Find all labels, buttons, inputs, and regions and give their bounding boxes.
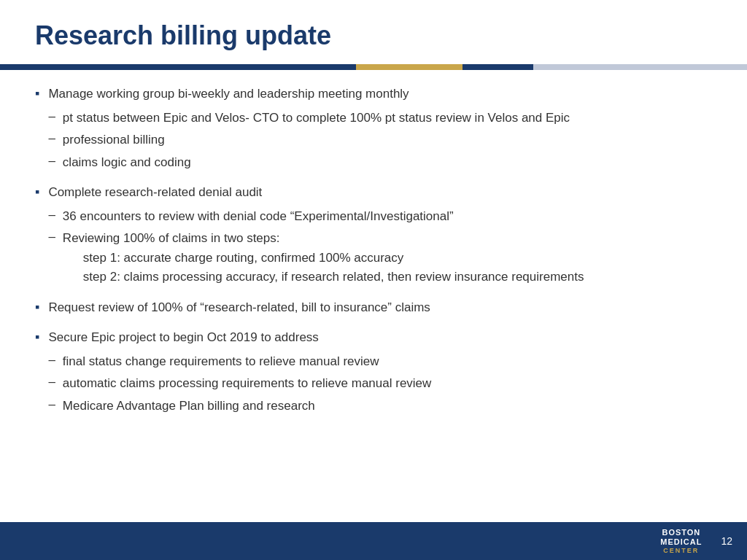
- bullet-2-text: Complete research-related denial audit: [48, 185, 262, 199]
- slide-content: ▪ Manage working group bi-weekly and lea…: [0, 70, 747, 522]
- bullet-marker-4: ▪: [35, 330, 39, 345]
- sub-dash-4-2: –: [48, 375, 55, 389]
- bullet-item-1: ▪ Manage working group bi-weekly and lea…: [35, 85, 712, 171]
- bullet-4-sublist: – final status change requirements to re…: [48, 350, 431, 416]
- sub-dash-1-2: –: [48, 131, 55, 146]
- bullet-1-sublist: – pt status between Epic and Velos- CTO …: [48, 106, 570, 172]
- sub-dash-1-3: –: [48, 154, 55, 168]
- bullet-2-body: Complete research-related denial audit –…: [48, 183, 584, 287]
- sub-item-4-3: – Medicare Advantage Plan billing and re…: [48, 397, 431, 416]
- sub-text-4-2: automatic claims processing requirements…: [63, 374, 432, 393]
- indent-text-2-2-2: step 2: claims processing accuracy, if r…: [83, 268, 584, 287]
- bullet-marker-1: ▪: [35, 86, 39, 101]
- divider-gold: [356, 64, 462, 70]
- sub-dash-4-3: –: [48, 397, 55, 412]
- indent-text-2-2-1: step 1: accurate charge routing, confirm…: [83, 249, 584, 268]
- bullet-marker-3: ▪: [35, 300, 39, 315]
- sub-text-4-1: final status change requirements to reli…: [63, 352, 379, 371]
- bullet-4-text: Secure Epic project to begin Oct 2019 to…: [48, 330, 318, 344]
- sub-text-2-1: 36 encounters to review with denial code…: [63, 207, 454, 226]
- slide-footer: BOSTON MEDICAL CENTER 12: [0, 522, 747, 560]
- footer-page-number: 12: [721, 535, 732, 547]
- footer-logo: BOSTON MEDICAL CENTER: [660, 528, 702, 554]
- bullet-1-text: Manage working group bi-weekly and leade…: [48, 87, 409, 101]
- sub-dash-1-1: –: [48, 109, 55, 124]
- bullet-item-4: ▪ Secure Epic project to begin Oct 2019 …: [35, 328, 712, 415]
- footer-logo-sub: CENTER: [663, 547, 699, 554]
- sub-text-1-3: claims logic and coding: [63, 153, 191, 172]
- divider-bar: [0, 64, 747, 70]
- sub-text-1-1: pt status between Epic and Velos- CTO to…: [63, 109, 570, 128]
- sub-dash-4-1: –: [48, 353, 55, 368]
- sub-dash-2-1: –: [48, 208, 55, 222]
- slide-title: Research billing update: [35, 20, 712, 51]
- sub-item-1-2: – professional billing: [48, 131, 570, 149]
- bullet-item-2: ▪ Complete research-related denial audit…: [35, 183, 712, 287]
- bullet-3-text: Request review of 100% of “research-rela…: [48, 298, 430, 317]
- footer-logo-line1: BOSTON: [662, 528, 700, 537]
- sub-dash-2-2: –: [48, 230, 55, 244]
- bullet-marker-2: ▪: [35, 184, 39, 200]
- bullet-4-body: Secure Epic project to begin Oct 2019 to…: [48, 328, 431, 415]
- sub-item-2-2-body: Reviewing 100% of claims in two steps: s…: [63, 229, 584, 287]
- footer-logo-line2: MEDICAL: [660, 537, 702, 547]
- slide-header: Research billing update: [0, 0, 747, 58]
- sub-item-2-1: – 36 encounters to review with denial co…: [48, 207, 584, 226]
- divider-light: [533, 64, 747, 70]
- bullet-2-sublist: – 36 encounters to review with denial co…: [48, 205, 584, 287]
- sub-text-4-3: Medicare Advantage Plan billing and rese…: [63, 397, 315, 416]
- sub-text-1-2: professional billing: [63, 131, 165, 149]
- sub-item-1-3: – claims logic and coding: [48, 153, 570, 172]
- sub-text-2-2: Reviewing 100% of claims in two steps:: [63, 231, 280, 245]
- sub-item-4-2: – automatic claims processing requiremen…: [48, 374, 431, 393]
- bullet-1-body: Manage working group bi-weekly and leade…: [48, 85, 570, 171]
- sub-item-4-1: – final status change requirements to re…: [48, 352, 431, 371]
- bullet-item-3: ▪ Request review of 100% of “research-re…: [35, 298, 712, 317]
- divider-blue: [0, 64, 356, 70]
- divider-dark: [462, 64, 534, 70]
- sub-item-2-2: – Reviewing 100% of claims in two steps:…: [48, 229, 584, 287]
- sub-item-1-1: – pt status between Epic and Velos- CTO …: [48, 109, 570, 128]
